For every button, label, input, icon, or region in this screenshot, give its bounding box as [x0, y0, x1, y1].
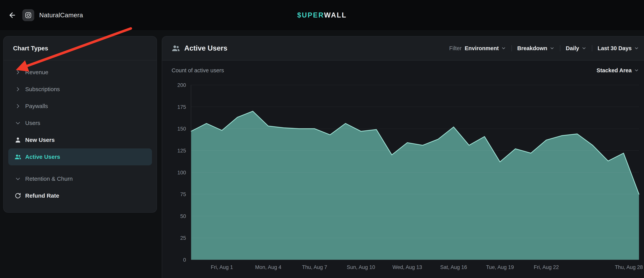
filter-bar: Filter Environment Breakdown Daily — [449, 45, 639, 51]
chart-subtitle: Count of active users — [172, 67, 224, 74]
divider — [512, 45, 512, 51]
arrow-left-icon — [8, 11, 16, 19]
people-icon — [14, 153, 22, 161]
svg-text:Tue, Aug 19: Tue, Aug 19 — [486, 264, 514, 270]
sidebar-item-users[interactable]: Users — [8, 115, 152, 131]
chevron-right-icon — [14, 102, 22, 110]
sidebar-item-label: New Users — [25, 137, 55, 143]
sidebar-item-active-users[interactable]: Active Users — [8, 148, 152, 165]
refresh-icon — [14, 192, 22, 200]
sidebar-item-refund-rate[interactable]: Refund Rate — [8, 187, 152, 204]
person-icon — [14, 136, 22, 144]
page-title: Active Users — [184, 44, 227, 52]
svg-text:200: 200 — [177, 82, 186, 88]
chart-type-dropdown-value: Stacked Area — [596, 67, 632, 74]
chart-type-dropdown[interactable]: Stacked Area — [596, 67, 639, 74]
filter-label: Filter — [449, 45, 462, 51]
sidebar-item-paywalls[interactable]: Users Paywalls — [8, 98, 152, 115]
environment-dropdown-value: Environment — [465, 45, 499, 51]
sidebar-item-label: Subscriptions — [25, 86, 60, 92]
sidebar-item-subscriptions[interactable]: Subscriptions — [8, 81, 152, 98]
chevron-down-icon — [550, 46, 554, 51]
active-users-area-chart: 0255075100125150175200Fri, Aug 1Mon, Aug… — [162, 80, 644, 278]
breakdown-dropdown-value: Breakdown — [517, 45, 547, 51]
svg-text:Sun, Aug 10: Sun, Aug 10 — [347, 264, 375, 270]
chart-types-list: Revenue Subscriptions Users Paywalls — [4, 60, 156, 204]
svg-text:100: 100 — [177, 170, 186, 176]
interval-dropdown-value: Daily — [566, 45, 579, 51]
content-area: Chart Types Revenue Subscriptions Users — [0, 31, 644, 278]
chevron-down-icon — [634, 68, 639, 73]
breakdown-dropdown[interactable]: Breakdown — [517, 45, 554, 51]
brand-logo: $UPERWALL — [297, 11, 346, 19]
svg-text:125: 125 — [177, 148, 186, 154]
chevron-down-icon — [582, 46, 586, 51]
sidebar-item-new-users[interactable]: New Users — [8, 131, 152, 148]
topbar: NaturalCamera $UPERWALL — [0, 0, 644, 31]
svg-text:Fri, Aug 22: Fri, Aug 22 — [534, 264, 559, 270]
main-header: Active Users Filter Environment Breakdow… — [162, 36, 644, 60]
svg-text:Mon, Aug 4: Mon, Aug 4 — [255, 264, 282, 270]
interval-dropdown[interactable]: Daily — [566, 45, 586, 51]
brand-logo-prefix: $UPER — [297, 11, 324, 19]
sidebar-item-label: Active Users — [25, 154, 60, 160]
svg-text:25: 25 — [180, 235, 186, 241]
svg-text:Thu, Aug 28: Thu, Aug 28 — [615, 264, 643, 270]
chart-section: Count of active users Stacked Area 02550… — [162, 61, 644, 278]
chevron-down-icon — [501, 46, 506, 51]
chevron-down-icon — [14, 175, 22, 183]
environment-dropdown[interactable]: Environment — [465, 45, 506, 51]
sidebar-item-label: Paywalls — [25, 103, 48, 109]
svg-text:0: 0 — [183, 257, 186, 263]
svg-text:75: 75 — [180, 192, 186, 197]
app-name: NaturalCamera — [39, 11, 83, 19]
chevron-down-icon — [634, 46, 639, 51]
sidebar-item-retention-churn[interactable]: Retention & Churn — [8, 170, 152, 187]
sidebar-item-label: Revenue — [25, 69, 48, 75]
svg-text:Wed, Aug 13: Wed, Aug 13 — [392, 264, 422, 270]
sidebar-item-revenue[interactable]: Revenue — [8, 64, 152, 81]
back-button[interactable] — [7, 10, 18, 20]
svg-text:150: 150 — [177, 126, 186, 132]
divider — [592, 45, 592, 51]
chevron-right-icon — [14, 68, 22, 76]
svg-text:Fri, Aug 1: Fri, Aug 1 — [211, 264, 233, 270]
app-icon-camera — [22, 9, 34, 21]
date-range-dropdown[interactable]: Last 30 Days — [598, 45, 639, 51]
chevron-down-icon — [14, 119, 22, 127]
active-users-panel: Active Users Filter Environment Breakdow… — [162, 36, 644, 278]
svg-text:50: 50 — [180, 213, 186, 219]
sidebar-item-label: Users — [25, 120, 40, 126]
svg-text:Thu, Aug 7: Thu, Aug 7 — [302, 264, 327, 270]
sidebar-item-label: Retention & Churn — [25, 176, 73, 182]
date-range-dropdown-value: Last 30 Days — [598, 45, 632, 51]
chart-types-panel: Chart Types Revenue Subscriptions Users — [3, 36, 157, 213]
sidebar-item-label: Refund Rate — [25, 192, 59, 199]
chevron-right-icon — [14, 85, 22, 93]
brand-logo-suffix: WALL — [324, 11, 347, 19]
sidebar-title: Chart Types — [4, 36, 156, 60]
chart-subheader: Count of active users Stacked Area — [162, 61, 644, 80]
divider — [560, 45, 560, 51]
people-icon — [172, 44, 180, 52]
svg-text:Sat, Aug 16: Sat, Aug 16 — [440, 264, 467, 270]
svg-text:175: 175 — [177, 104, 186, 110]
